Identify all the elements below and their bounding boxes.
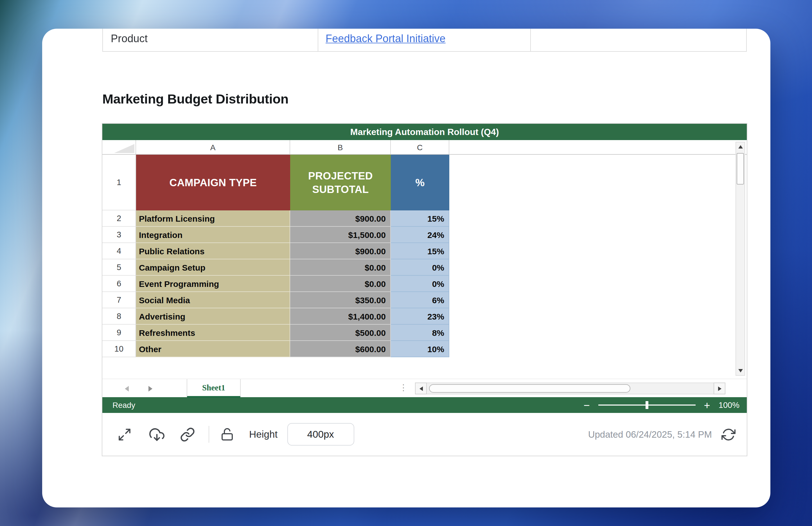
cell-campaign-type[interactable]: Platform Licensing xyxy=(136,210,290,227)
cell-campaign-type[interactable]: Other xyxy=(136,341,290,357)
cell-campaign-type[interactable]: Event Programming xyxy=(136,276,290,292)
left-arrow-icon xyxy=(419,386,423,391)
zoom-level-label: 100% xyxy=(719,400,739,410)
cell-percent[interactable]: 15% xyxy=(391,243,449,259)
cell-campaign-type[interactable]: Advertising xyxy=(136,308,290,325)
cell-subtotal[interactable]: $1,500.00 xyxy=(290,227,391,243)
row-filler xyxy=(449,325,747,341)
header-cell-projected-subtotal[interactable]: PROJECTED SUBTOTAL xyxy=(290,155,391,210)
row-number[interactable]: 2 xyxy=(102,210,136,227)
column-header-b[interactable]: B xyxy=(290,140,391,154)
cell-subtotal[interactable]: $900.00 xyxy=(290,243,391,259)
cell-percent[interactable]: 0% xyxy=(391,259,449,276)
copy-link-button[interactable] xyxy=(180,427,195,442)
cell-percent[interactable]: 6% xyxy=(391,292,449,308)
cell-percent[interactable]: 15% xyxy=(391,210,449,227)
zoom-in-button[interactable]: + xyxy=(704,400,710,410)
row-number[interactable]: 8 xyxy=(102,308,136,325)
prev-sheet-button[interactable] xyxy=(125,386,129,392)
cell-subtotal[interactable]: $900.00 xyxy=(290,210,391,227)
zoom-controls: − + 100% xyxy=(583,400,747,410)
fullscreen-button[interactable] xyxy=(117,427,132,441)
column-header-filler xyxy=(449,140,747,154)
horizontal-scroll-thumb[interactable] xyxy=(429,384,630,393)
page-heading: Marketing Budget Distribution xyxy=(102,92,289,107)
vertical-scroll-thumb[interactable] xyxy=(737,153,744,185)
page-card: Product Feedback Portal Initiative Marke… xyxy=(42,29,770,508)
horizontal-scroll-track[interactable] xyxy=(427,383,714,394)
cell-campaign-type[interactable]: Public Relations xyxy=(136,243,290,259)
row-filler xyxy=(449,308,747,325)
cell-subtotal[interactable]: $1,400.00 xyxy=(290,308,391,325)
row-number[interactable]: 4 xyxy=(102,243,136,259)
cell-campaign-type[interactable]: Campaign Setup xyxy=(136,259,290,276)
row-number[interactable]: 5 xyxy=(102,259,136,276)
desktop-stage: Product Feedback Portal Initiative Marke… xyxy=(0,0,812,526)
cell-percent[interactable]: 10% xyxy=(391,341,449,357)
scroll-down-button[interactable] xyxy=(736,366,744,375)
header-cell-campaign-type[interactable]: CAMPAIGN TYPE xyxy=(136,155,290,210)
updated-timestamp: Updated 06/24/2025, 5:14 PM xyxy=(588,429,712,440)
row-number[interactable]: 7 xyxy=(102,292,136,308)
cell-percent[interactable]: 8% xyxy=(391,325,449,341)
vertical-scrollbar[interactable] xyxy=(736,142,745,376)
download-button[interactable] xyxy=(148,427,165,442)
sheet-row: 8 Advertising $1,400.00 23% xyxy=(102,308,747,325)
property-value-link[interactable]: Feedback Portal Initiative xyxy=(325,32,446,45)
expand-icon xyxy=(117,427,132,441)
link-icon xyxy=(180,427,195,442)
row-number[interactable]: 10 xyxy=(102,341,136,357)
zoom-slider[interactable] xyxy=(598,404,696,406)
zoom-out-button[interactable]: − xyxy=(583,400,590,410)
property-label: Product xyxy=(111,32,148,45)
cell-percent[interactable]: 24% xyxy=(391,227,449,243)
sheet-row: 10 Other $600.00 10% xyxy=(102,341,747,357)
sheet-row: 3 Integration $1,500.00 24% xyxy=(102,227,747,243)
row-number[interactable]: 9 xyxy=(102,325,136,341)
height-label: Height xyxy=(249,428,277,440)
column-header-a[interactable]: A xyxy=(136,140,290,154)
sheet-area: A B C 1 CAMPAIGN TYPE PROJECTED SUBTOTAL… xyxy=(102,140,747,379)
sheet-tab[interactable]: Sheet1 xyxy=(187,379,241,398)
cell-subtotal[interactable]: $350.00 xyxy=(290,292,391,308)
up-arrow-icon xyxy=(738,145,742,148)
cell-campaign-type[interactable]: Integration xyxy=(136,227,290,243)
select-all-corner[interactable] xyxy=(102,140,136,154)
row-filler xyxy=(449,243,747,259)
scroll-right-button[interactable] xyxy=(714,383,725,394)
cell-percent[interactable]: 23% xyxy=(391,308,449,325)
sheet-row: 4 Public Relations $900.00 15% xyxy=(102,243,747,259)
down-arrow-icon xyxy=(738,369,742,372)
height-input[interactable] xyxy=(287,423,354,445)
cell-subtotal[interactable]: $500.00 xyxy=(290,325,391,341)
scroll-left-button[interactable] xyxy=(415,383,427,394)
cell-subtotal[interactable]: $0.00 xyxy=(290,276,391,292)
cell-campaign-type[interactable]: Refreshments xyxy=(136,325,290,341)
next-sheet-button[interactable] xyxy=(148,386,153,392)
refresh-button[interactable] xyxy=(722,427,736,441)
scrollbar-divider[interactable]: ⋮ xyxy=(399,383,408,393)
row-number[interactable]: 6 xyxy=(102,276,136,292)
header-cell-percent[interactable]: % xyxy=(391,155,449,210)
sheet-title-bar: Marketing Automation Rollout (Q4) xyxy=(102,124,747,140)
cell-subtotal[interactable]: $0.00 xyxy=(290,259,391,276)
sheet-row: 7 Social Media $350.00 6% xyxy=(102,292,747,308)
row-number[interactable]: 3 xyxy=(102,227,136,243)
cell-campaign-type[interactable]: Social Media xyxy=(136,292,290,308)
column-header-c[interactable]: C xyxy=(391,140,449,154)
sheet-row: 5 Campaign Setup $0.00 0% xyxy=(102,259,747,276)
column-header-row: A B C xyxy=(102,140,747,155)
horizontal-scrollbar[interactable] xyxy=(415,383,725,394)
lock-button[interactable] xyxy=(220,428,234,441)
zoom-slider-thumb[interactable] xyxy=(646,401,648,409)
row-filler xyxy=(449,341,747,357)
row-number[interactable]: 1 xyxy=(102,155,136,210)
property-label-cell: Product xyxy=(102,29,318,52)
scroll-up-button[interactable] xyxy=(736,142,744,151)
embed-toolbar: Height Updated 06/24/2025, 5:14 PM xyxy=(102,413,747,456)
row-filler xyxy=(449,292,747,308)
cell-percent[interactable]: 0% xyxy=(391,276,449,292)
sheet-tab-bar: Sheet1 ⋮ xyxy=(102,379,747,397)
row-filler xyxy=(449,155,747,210)
cell-subtotal[interactable]: $600.00 xyxy=(290,341,391,357)
